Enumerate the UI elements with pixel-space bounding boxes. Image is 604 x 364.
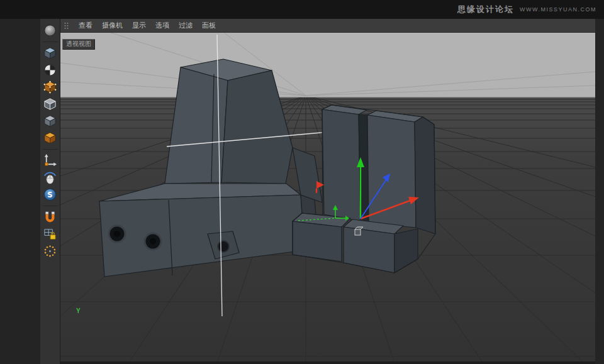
viewport-3d[interactable]: 透视视图 Y	[60, 33, 595, 361]
cube-icon	[43, 46, 57, 60]
svg-text:S: S	[47, 190, 52, 199]
mouse-curve-icon	[43, 170, 57, 185]
menu-grip-icon[interactable]	[64, 21, 69, 30]
tool-edges-mode[interactable]	[42, 96, 59, 112]
toolbar-separator	[43, 39, 58, 42]
grid-lock-icon	[43, 227, 57, 241]
mode-toolbar: S	[40, 19, 60, 364]
watermark-site: WWW.MISSYUAN.COM	[520, 6, 596, 13]
title-bar: 思缘设计论坛 WWW.MISSYUAN.COM	[0, 0, 604, 19]
orange-cube-icon	[43, 131, 57, 145]
menu-view[interactable]: 查看	[79, 21, 92, 30]
right-gutter	[595, 19, 604, 364]
tool-axis-mode[interactable]	[42, 152, 59, 168]
sphere-icon	[43, 23, 57, 38]
axis-corner-icon	[43, 153, 57, 168]
menu-display[interactable]: 显示	[132, 21, 146, 30]
tool-snap-magnet[interactable]	[42, 209, 59, 225]
toolbar-separator	[43, 146, 58, 150]
tool-texture-mode[interactable]	[42, 62, 59, 78]
tool-model-mode[interactable]	[42, 22, 59, 38]
toolbar-separator	[43, 203, 58, 206]
tool-object-mode[interactable]	[42, 130, 59, 146]
tool-lock-workplane[interactable]	[42, 226, 59, 242]
sky	[60, 33, 595, 97]
checkered-sphere-icon	[43, 63, 57, 77]
menu-options[interactable]: 选项	[155, 21, 169, 30]
menu-panel[interactable]: 面板	[202, 21, 216, 30]
left-gutter	[0, 19, 40, 364]
watermark-brand: 思缘设计论坛	[457, 4, 514, 15]
menu-cameras[interactable]: 摄像机	[102, 21, 123, 30]
points-cube-icon	[43, 80, 57, 94]
viewport-menubar: 查看 摄像机 显示 选项 过滤 面板	[60, 19, 595, 33]
view-label[interactable]: 透视视图	[62, 39, 95, 50]
axis-y-label: Y	[76, 307, 81, 314]
menu-filter[interactable]: 过滤	[179, 21, 193, 30]
s-badge-icon: S	[43, 187, 57, 202]
viewport-canvas[interactable]	[60, 33, 595, 361]
polygons-cube-icon	[43, 114, 57, 128]
c4d-window: 思缘设计论坛 WWW.MISSYUAN.COM	[0, 0, 604, 364]
tool-s-mode[interactable]: S	[42, 186, 59, 202]
tool-points-mode[interactable]	[42, 79, 59, 95]
tool-polygons-mode[interactable]	[42, 113, 59, 129]
edges-cube-icon	[43, 97, 57, 111]
tool-make-editable[interactable]	[42, 45, 59, 61]
tool-mouse-input[interactable]	[42, 169, 59, 185]
tool-isoline-editing[interactable]	[42, 243, 59, 259]
dotted-sphere-icon	[43, 244, 57, 258]
magnet-icon	[43, 210, 57, 224]
